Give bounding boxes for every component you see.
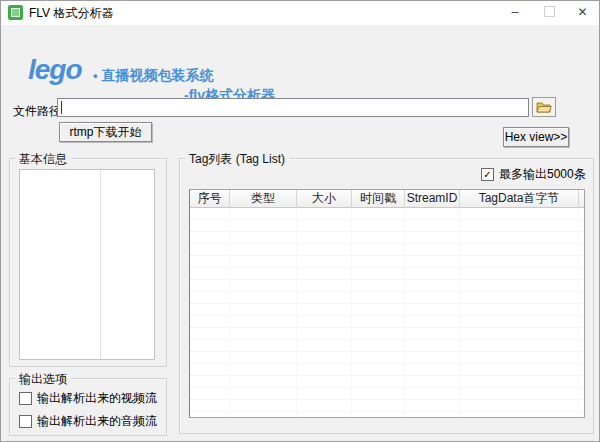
checkbox-box: ✓: [481, 168, 494, 181]
table-row: [190, 280, 584, 292]
column-header-3[interactable]: 大小: [297, 190, 352, 207]
product-name-label: 直播视频包装系统: [102, 67, 214, 83]
maximize-button: [532, 1, 566, 25]
logo-text: lego: [28, 54, 82, 86]
table-row: [190, 244, 584, 256]
table-row: [190, 268, 584, 280]
checkbox-box: [19, 415, 32, 428]
title-bar: FLV 格式分析器 – ✕: [1, 1, 599, 25]
table-row: [190, 208, 584, 220]
table-row: [190, 412, 584, 418]
column-header-filler: [579, 190, 584, 207]
table-row: [190, 352, 584, 364]
table-row: [190, 364, 584, 376]
table-row: [190, 220, 584, 232]
checkbox-label: 最多输出5000条: [499, 166, 586, 183]
file-path-input[interactable]: [57, 98, 529, 117]
tag-list-group: Tag列表 (Tag List) ✓ 最多输出5000条 序号类型大小时间戳St…: [179, 158, 594, 434]
checkbox-box: [19, 392, 32, 405]
table-row: [190, 316, 584, 328]
table-row: [190, 256, 584, 268]
open-folder-icon: [536, 101, 552, 114]
tag-table-header: 序号类型大小时间戳StreamIDTagData首字节: [190, 190, 584, 208]
basic-info-list[interactable]: [19, 169, 155, 360]
banner: lego •直播视频包装系统 -flv格式分析器: [1, 25, 599, 93]
maximize-icon: [544, 6, 555, 17]
checkbox-output-video-stream[interactable]: 输出解析出来的视频流: [19, 390, 157, 407]
app-icon: [8, 5, 23, 20]
browse-button[interactable]: [532, 97, 556, 117]
column-header-4[interactable]: 时间戳: [352, 190, 405, 207]
table-row: [190, 304, 584, 316]
checkbox-max-output-limit[interactable]: ✓ 最多输出5000条: [481, 166, 586, 183]
table-row: [190, 376, 584, 388]
basic-info-title: 基本信息: [15, 151, 71, 168]
app-window: FLV 格式分析器 – ✕ lego •直播视频包装系统 -flv格式分析器 文…: [0, 0, 600, 442]
table-row: [190, 388, 584, 400]
output-options-title: 输出选项: [15, 371, 71, 388]
rtmp-download-button[interactable]: rtmp下载开始: [59, 122, 152, 142]
checkbox-label: 输出解析出来的音频流: [37, 413, 157, 430]
window-title: FLV 格式分析器: [29, 1, 113, 25]
hex-view-button[interactable]: Hex view>>: [503, 127, 569, 147]
list-column-divider: [100, 170, 101, 359]
column-header-5[interactable]: StreamID: [405, 190, 460, 207]
text-caret: [61, 101, 62, 114]
column-header-1[interactable]: 序号: [190, 190, 230, 207]
basic-info-group: 基本信息: [9, 158, 167, 367]
close-button[interactable]: ✕: [566, 1, 599, 25]
table-row: [190, 292, 584, 304]
product-name: •直播视频包装系统: [93, 67, 214, 85]
table-row: [190, 232, 584, 244]
column-header-6[interactable]: TagData首字节: [460, 190, 579, 207]
bullet-icon: •: [93, 68, 98, 83]
column-header-2[interactable]: 类型: [230, 190, 297, 207]
tag-table[interactable]: 序号类型大小时间戳StreamIDTagData首字节: [189, 189, 585, 418]
tag-list-title: Tag列表 (Tag List): [185, 151, 289, 168]
tag-table-body: [190, 208, 584, 418]
checkbox-label: 输出解析出来的视频流: [37, 390, 157, 407]
table-row: [190, 400, 584, 412]
table-row: [190, 328, 584, 340]
table-row: [190, 340, 584, 352]
checkbox-output-audio-stream[interactable]: 输出解析出来的音频流: [19, 413, 157, 430]
minimize-button[interactable]: –: [498, 1, 532, 25]
